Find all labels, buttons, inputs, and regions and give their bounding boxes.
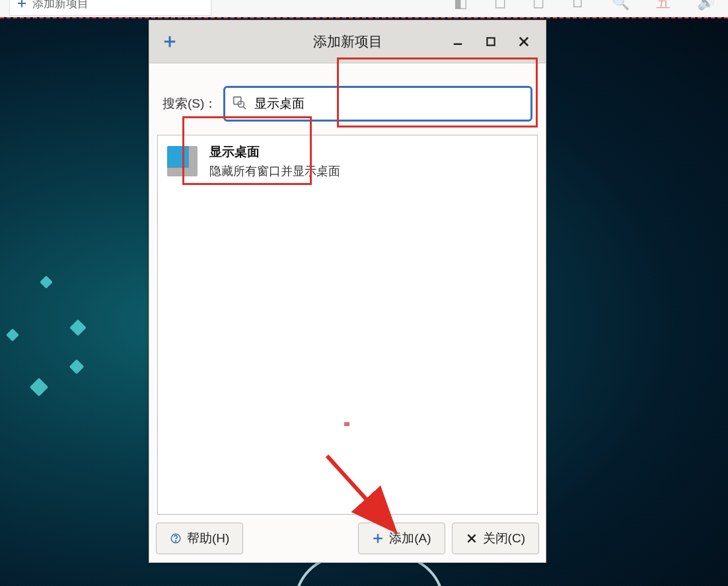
svg-rect-8 — [234, 97, 241, 104]
top-taskbar: 添加新项目 ◧ ◻ ◻ 🗋 🔍 五 🔊 — [0, 0, 728, 17]
help-button[interactable]: 帮助(H) — [156, 523, 243, 554]
tray-icon[interactable]: ◻ — [532, 0, 544, 11]
maximize-button[interactable] — [484, 34, 498, 49]
show-desktop-icon — [167, 146, 198, 176]
taskbar-entry-label: 添加新项目 — [32, 0, 89, 11]
close-button-label: 关闭(C) — [483, 530, 525, 547]
tray-icon[interactable]: 🔊 — [697, 0, 715, 11]
search-box[interactable] — [223, 86, 532, 122]
minimize-button[interactable] — [451, 34, 465, 49]
dialog-button-bar: 帮助(H) 添加(A) 关闭(C) — [149, 515, 546, 562]
svg-point-12 — [175, 541, 176, 542]
dialog-titlebar[interactable]: 添加新项目 — [149, 20, 546, 63]
help-button-label: 帮助(H) — [187, 530, 229, 547]
taskbar-entry-add-item[interactable]: 添加新项目 — [9, 0, 211, 16]
add-item-dialog: 添加新项目 搜索(S)： 显示桌面 隐藏所有窗口并显示桌 — [149, 20, 546, 563]
result-title: 显示桌面 — [209, 143, 340, 161]
plus-icon — [17, 0, 27, 9]
result-description: 隐藏所有窗口并显示桌面 — [209, 163, 340, 179]
tray-icon[interactable]: 🔍 — [612, 0, 630, 11]
close-dialog-button[interactable]: 关闭(C) — [452, 523, 539, 554]
search-icon — [232, 95, 246, 112]
close-button[interactable] — [517, 34, 531, 49]
search-label: 搜索(S)： — [163, 95, 217, 112]
svg-rect-5 — [487, 38, 494, 45]
annotation-dot — [344, 422, 349, 426]
results-list[interactable]: 显示桌面 隐藏所有窗口并显示桌面 — [157, 135, 538, 515]
search-input[interactable] — [253, 96, 524, 112]
add-button[interactable]: 添加(A) — [358, 523, 445, 554]
tray-icon[interactable]: ◧ — [454, 0, 468, 11]
result-item-show-desktop[interactable]: 显示桌面 隐藏所有窗口并显示桌面 — [158, 135, 537, 187]
search-row: 搜索(S)： — [149, 63, 546, 128]
tray-icon[interactable]: ◻ — [494, 0, 506, 11]
plus-icon — [163, 34, 177, 49]
add-button-label: 添加(A) — [389, 530, 431, 547]
annotation-dashed-line — [0, 17, 728, 18]
system-tray: ◧ ◻ ◻ 🗋 🔍 五 🔊 — [454, 0, 715, 15]
tray-icon[interactable]: 🗋 — [571, 0, 585, 11]
tray-icon[interactable]: 五 — [656, 0, 671, 13]
svg-line-10 — [244, 106, 246, 109]
